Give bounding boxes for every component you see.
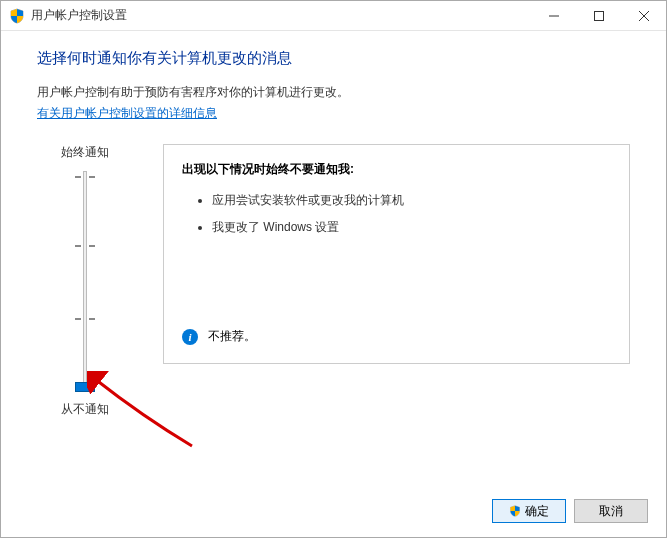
svg-rect-1	[594, 11, 603, 20]
cancel-button[interactable]: 取消	[574, 499, 648, 523]
slider-thumb[interactable]	[75, 382, 95, 392]
slider-bottom-label: 从不通知	[61, 401, 109, 418]
slider-top-label: 始终通知	[61, 144, 109, 161]
slider-column: 始终通知 从不通知	[37, 144, 133, 418]
window-title: 用户帐户控制设置	[31, 7, 531, 24]
page-title: 选择何时通知你有关计算机更改的消息	[37, 49, 630, 68]
content-area: 选择何时通知你有关计算机更改的消息 用户帐户控制有助于预防有害程序对你的计算机进…	[1, 31, 666, 418]
minimize-button[interactable]	[531, 1, 576, 30]
recommendation-text: 不推荐。	[208, 328, 256, 345]
info-list: 应用尝试安装软件或更改我的计算机 我更改了 Windows 设置	[182, 192, 611, 246]
slider-tick	[75, 176, 95, 178]
cancel-button-label: 取消	[599, 503, 623, 520]
ok-button[interactable]: 确定	[492, 499, 566, 523]
info-icon: i	[182, 329, 198, 345]
info-heading: 出现以下情况时始终不要通知我:	[182, 161, 611, 178]
notification-slider[interactable]	[83, 171, 87, 391]
learn-more-link[interactable]: 有关用户帐户控制设置的详细信息	[37, 105, 217, 122]
slider-tick	[75, 245, 95, 247]
info-panel: 出现以下情况时始终不要通知我: 应用尝试安装软件或更改我的计算机 我更改了 Wi…	[163, 144, 630, 364]
uac-settings-window: 用户帐户控制设置 选择何时通知你有关计算机更改的消息 用户帐户控制有助于预防有害…	[0, 0, 667, 538]
slider-track	[83, 171, 87, 391]
maximize-button[interactable]	[576, 1, 621, 30]
close-button[interactable]	[621, 1, 666, 30]
description-text: 用户帐户控制有助于预防有害程序对你的计算机进行更改。	[37, 84, 630, 101]
shield-icon	[9, 8, 25, 24]
info-footer: i 不推荐。	[182, 328, 611, 345]
info-list-item: 我更改了 Windows 设置	[212, 219, 611, 236]
titlebar: 用户帐户控制设置	[1, 1, 666, 31]
slider-tick	[75, 318, 95, 320]
shield-icon	[509, 505, 521, 517]
ok-button-label: 确定	[525, 503, 549, 520]
dialog-buttons: 确定 取消	[492, 499, 648, 523]
main-row: 始终通知 从不通知 出现以下情况时始终不要通知我: 应用尝试安装软件或更改我的计…	[37, 144, 630, 418]
info-list-item: 应用尝试安装软件或更改我的计算机	[212, 192, 611, 209]
window-controls	[531, 1, 666, 30]
